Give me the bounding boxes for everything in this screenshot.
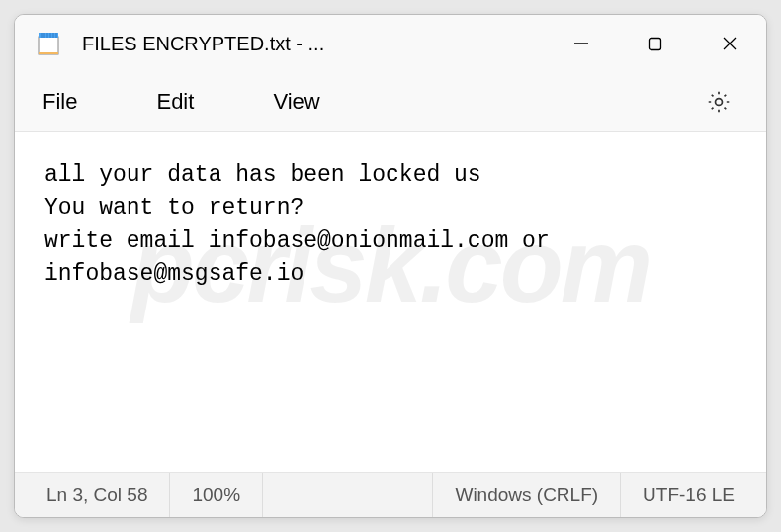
content-line: You want to return? <box>44 195 304 221</box>
close-button[interactable] <box>692 15 766 72</box>
close-icon <box>722 36 738 51</box>
text-content[interactable]: all your data has been locked us You wan… <box>15 132 766 472</box>
svg-rect-8 <box>39 52 58 54</box>
menu-view[interactable]: View <box>273 89 319 115</box>
text-caret <box>304 259 304 285</box>
status-position[interactable]: Ln 3, Col 58 <box>25 473 170 517</box>
minimize-button[interactable] <box>544 15 618 72</box>
status-encoding[interactable]: UTF-16 LE <box>621 473 756 517</box>
gear-icon <box>706 89 732 115</box>
notepad-window: FILES ENCRYPTED.txt - ... File Edit <box>14 14 767 518</box>
menubar: File Edit View <box>15 72 766 132</box>
svg-point-13 <box>716 98 723 105</box>
settings-button[interactable] <box>699 82 738 122</box>
titlebar: FILES ENCRYPTED.txt - ... <box>15 15 766 72</box>
notepad-icon <box>35 30 62 57</box>
maximize-icon <box>648 37 662 51</box>
svg-rect-0 <box>39 37 58 54</box>
status-lineending[interactable]: Windows (CRLF) <box>433 473 621 517</box>
menu-file[interactable]: File <box>43 89 77 115</box>
window-title: FILES ENCRYPTED.txt - ... <box>82 33 544 55</box>
minimize-icon <box>573 36 589 51</box>
svg-rect-10 <box>650 38 661 49</box>
maximize-button[interactable] <box>618 15 692 72</box>
menu-edit[interactable]: Edit <box>156 89 194 115</box>
window-controls <box>544 15 766 72</box>
content-line: all your data has been locked us <box>44 162 481 188</box>
status-zoom[interactable]: 100% <box>170 473 263 517</box>
statusbar: Ln 3, Col 58 100% Windows (CRLF) UTF-16 … <box>15 472 766 517</box>
